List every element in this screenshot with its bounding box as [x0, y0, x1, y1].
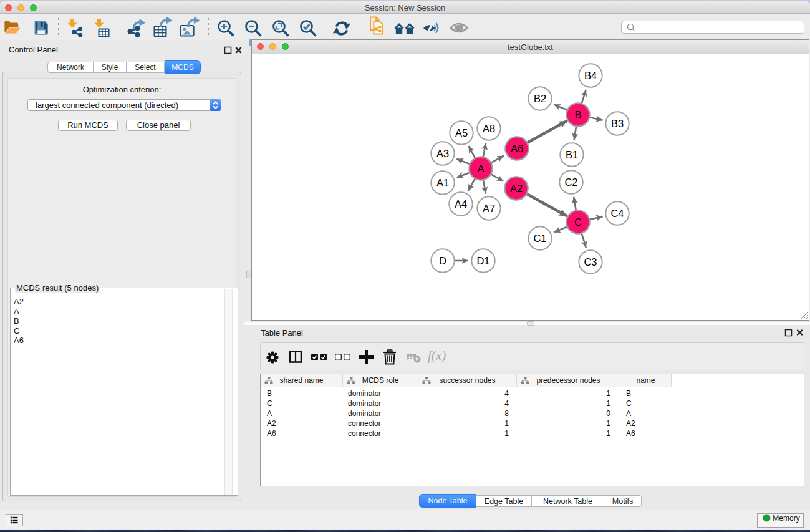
svg-text:B4: B4	[584, 70, 597, 81]
svg-text:B1: B1	[566, 149, 578, 160]
svg-text:A4: A4	[455, 198, 467, 210]
svg-text:C: C	[574, 216, 582, 228]
svg-text:A: A	[477, 163, 484, 174]
svg-text:D1: D1	[476, 255, 489, 266]
svg-text:A5: A5	[455, 127, 468, 138]
svg-text:A7: A7	[483, 203, 495, 214]
svg-text:B: B	[574, 109, 581, 120]
svg-text:A2: A2	[510, 183, 523, 194]
svg-text:D: D	[439, 255, 446, 266]
svg-text:C1: C1	[533, 233, 546, 244]
svg-text:B3: B3	[611, 118, 624, 129]
svg-text:A3: A3	[436, 148, 449, 159]
svg-text:C3: C3	[584, 256, 597, 268]
svg-text:A8: A8	[483, 123, 495, 134]
svg-text:A6: A6	[511, 143, 523, 154]
svg-text:C2: C2	[564, 177, 577, 188]
svg-text:C4: C4	[610, 208, 624, 219]
svg-text:B2: B2	[534, 93, 546, 104]
svg-text:A1: A1	[436, 177, 449, 188]
